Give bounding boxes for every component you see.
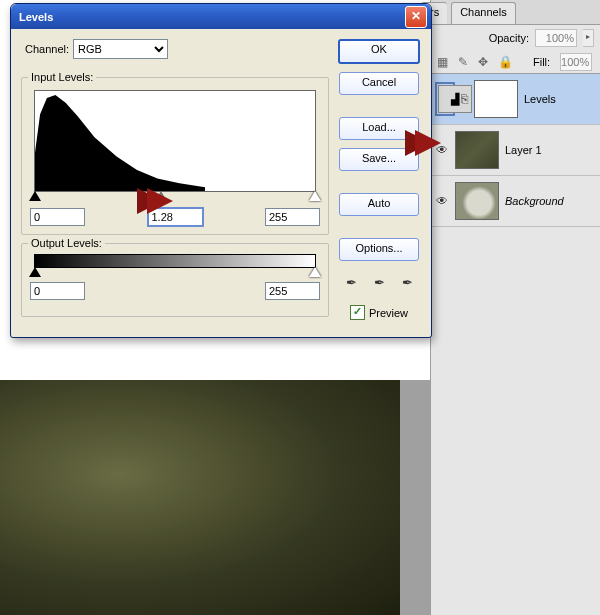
cancel-button[interactable]: Cancel — [339, 72, 419, 95]
eyedropper-black-icon[interactable]: ✒ — [342, 273, 360, 291]
dialog-title: Levels — [19, 11, 53, 23]
input-white-field[interactable] — [265, 208, 320, 226]
auto-button[interactable]: Auto — [339, 193, 419, 216]
layer-row-layer1[interactable]: 👁 Layer 1 — [431, 125, 600, 176]
input-white-handle[interactable] — [309, 191, 321, 201]
fill-value[interactable]: 100% — [560, 53, 592, 71]
visibility-icon[interactable]: 👁 — [435, 194, 449, 208]
lock-transparency-icon[interactable]: ▦ — [437, 54, 448, 70]
output-black-handle[interactable] — [29, 267, 41, 277]
input-levels-group: Input Levels: — [21, 77, 329, 235]
layer-name[interactable]: Levels — [524, 93, 596, 105]
histogram — [34, 90, 316, 192]
preview-label: Preview — [369, 307, 408, 319]
layer-thumb[interactable] — [455, 131, 499, 169]
link-icon[interactable]: ⎘ — [461, 92, 468, 106]
lock-paint-icon[interactable]: ✎ — [458, 54, 468, 70]
load-button[interactable]: Load... — [339, 117, 419, 140]
document-canvas[interactable] — [0, 380, 400, 615]
output-white-field[interactable] — [265, 282, 320, 300]
output-black-field[interactable] — [30, 282, 85, 300]
output-slider-track[interactable] — [35, 268, 315, 278]
eyedropper-white-icon[interactable]: ✒ — [398, 273, 416, 291]
save-button[interactable]: Save... — [339, 148, 419, 171]
layer-mask-thumb[interactable] — [474, 80, 518, 118]
output-gradient — [34, 254, 316, 268]
layer-name[interactable]: Background — [505, 195, 596, 207]
lock-all-icon[interactable]: 🔒 — [498, 54, 513, 70]
channel-label: Channel: — [25, 43, 69, 55]
tab-channels[interactable]: Channels — [451, 2, 515, 24]
ok-button[interactable]: OK — [338, 39, 420, 64]
levels-dialog: Levels ✕ Channel: RGB Input Levels: — [10, 3, 432, 338]
layer-thumb[interactable] — [455, 182, 499, 220]
output-levels-group: Output Levels: — [21, 243, 329, 317]
opacity-flyout[interactable]: ▸ — [583, 29, 594, 47]
layer-row-levels[interactable]: ▟ ⎘ Levels — [431, 74, 600, 125]
annotation-arrow-layer — [415, 130, 441, 156]
input-black-handle[interactable] — [29, 191, 41, 201]
layer-row-background[interactable]: 👁 Background — [431, 176, 600, 227]
fill-label: Fill: — [533, 56, 550, 68]
output-white-handle[interactable] — [309, 267, 321, 277]
opacity-value[interactable]: 100% — [535, 29, 577, 47]
layer-name[interactable]: Layer 1 — [505, 144, 596, 156]
channel-select[interactable]: RGB — [73, 39, 168, 59]
input-slider-track[interactable] — [35, 192, 315, 202]
eyedropper-gray-icon[interactable]: ✒ — [370, 273, 388, 291]
panel-tabs: rs Channels — [431, 0, 600, 25]
preview-checkbox[interactable]: ✓ — [350, 305, 365, 320]
lock-position-icon[interactable]: ✥ — [478, 54, 488, 70]
input-levels-label: Input Levels: — [28, 71, 96, 83]
input-black-field[interactable] — [30, 208, 85, 226]
opacity-label: Opacity: — [489, 32, 529, 44]
layers-panel: rs Channels Opacity: 100%▸ ▦ ✎ ✥ 🔒 Fill:… — [430, 0, 600, 615]
output-levels-label: Output Levels: — [28, 237, 105, 249]
annotation-arrow-midtone — [147, 188, 173, 214]
layer-list: ▟ ⎘ Levels 👁 Layer 1 👁 Background — [431, 73, 600, 227]
close-button[interactable]: ✕ — [405, 6, 427, 28]
options-button[interactable]: Options... — [339, 238, 419, 261]
dialog-titlebar[interactable]: Levels ✕ — [11, 4, 431, 29]
